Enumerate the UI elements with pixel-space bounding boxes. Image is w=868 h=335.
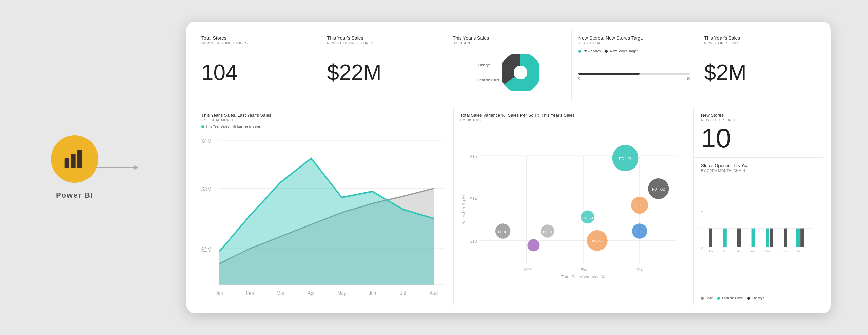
stores-opened-title: Stores Opened This Year xyxy=(701,163,816,168)
bar-chart-svg: 2 1 0 xyxy=(701,175,816,295)
svg-text:FD - 03: FD - 03 xyxy=(582,216,593,219)
kpi-title-1: Total Stores xyxy=(201,35,313,41)
lindseys-dot xyxy=(747,297,750,300)
scatter-title: Total Sales Variance %, Sales Per Sq Ft,… xyxy=(460,113,687,118)
arrow-section xyxy=(95,167,136,168)
gauge-legend: New Stores New Stores Target xyxy=(578,49,690,53)
chain-legend: Chain Fashions Direct Lindseys xyxy=(701,296,816,300)
legend-last-year: Last Year Sales xyxy=(233,125,261,129)
svg-text:LI - 04: LI - 04 xyxy=(543,230,552,234)
svg-text:2: 2 xyxy=(701,209,703,212)
new-stores-title: New Stores xyxy=(701,113,816,118)
page-wrapper: Power BI Total Stores NEW & EXISTING STO… xyxy=(0,0,868,335)
svg-text:Aug: Aug xyxy=(430,290,438,296)
pie-labels: Lindseys Fashions Direct xyxy=(478,63,499,82)
svg-point-54 xyxy=(527,239,539,251)
svg-text:Sales Per Sq Ft: Sales Per Sq Ft xyxy=(461,195,466,225)
svg-text:LI - 05: LI - 05 xyxy=(635,230,644,234)
svg-text:$3M: $3M xyxy=(201,186,211,192)
svg-text:Total Sales Variance %: Total Sales Variance % xyxy=(561,275,605,279)
gauge-dot-new xyxy=(578,50,581,53)
gauge-legend-target: New Stores Target xyxy=(605,49,638,53)
svg-text:$13: $13 xyxy=(470,239,477,244)
kpi-subtitle-3: BY CHAIN xyxy=(453,41,565,45)
new-stores-value: 10 xyxy=(701,125,816,152)
kpi-subtitle-4: YEAR TO DATE xyxy=(578,41,690,45)
legend-fashions: Fashions Direct xyxy=(717,296,743,300)
svg-text:$2M: $2M xyxy=(201,246,211,253)
scatter-area: Sales Per Sq Ft $15 $14 $13 xyxy=(460,125,687,300)
powerbi-icon-circle xyxy=(51,135,98,183)
scatter-subtitle: BY DISTRICT xyxy=(460,118,687,122)
svg-rect-1 xyxy=(71,154,75,168)
chain-dot xyxy=(701,297,704,300)
kpi-title-3: This Year's Sales xyxy=(453,35,565,41)
svg-text:LI - 03: LI - 03 xyxy=(635,204,644,208)
gauge-target-line xyxy=(668,71,668,76)
legend-chain: Chain xyxy=(701,296,713,300)
top-row: Total Stores NEW & EXISTING STORES 104 T… xyxy=(195,30,823,104)
right-col: New Stores NEW STORES ONLY 10 Stores Ope… xyxy=(694,107,823,305)
svg-text:$14: $14 xyxy=(470,197,477,201)
stores-opened-subtitle: BY OPEN MONTH, CHAIN xyxy=(701,169,816,173)
gauge-dot-target xyxy=(605,50,608,53)
kpi-title-2: This Year's Sales xyxy=(327,35,439,41)
kpi-card-total-stores: Total Stores NEW & EXISTING STORES 104 xyxy=(195,30,320,101)
pie-label-fashions: Fashions Direct xyxy=(478,78,499,82)
kpi-subtitle-5: NEW STORES ONLY xyxy=(704,41,816,45)
dashboard-container: Total Stores NEW & EXISTING STORES 104 T… xyxy=(186,22,831,313)
gauge-bar-wrapper: 0 10 xyxy=(578,73,690,80)
bar-chart-area: 2 1 0 xyxy=(701,175,816,295)
svg-rect-0 xyxy=(65,158,69,168)
stores-opened-card: Stores Opened This Year BY OPEN MONTH, C… xyxy=(694,158,823,305)
svg-text:0: 0 xyxy=(701,246,703,249)
svg-text:Jul: Jul xyxy=(400,290,406,296)
svg-rect-66 xyxy=(770,229,773,247)
kpi-subtitle-1: NEW & EXISTING STORES xyxy=(201,41,313,45)
gauge-fill xyxy=(578,73,640,75)
svg-point-5 xyxy=(514,66,527,79)
svg-text:Feb: Feb xyxy=(723,250,727,253)
svg-rect-61 xyxy=(709,229,712,247)
swatch-last-year xyxy=(233,125,236,128)
gauge-track xyxy=(578,73,690,75)
svg-rect-65 xyxy=(766,229,769,247)
svg-text:Apr: Apr xyxy=(308,290,315,296)
svg-rect-2 xyxy=(77,150,82,168)
line-chart-subtitle: BY FISCAL MONTH xyxy=(201,118,447,122)
line-chart-title: This Year's Sales, Last Year's Sales xyxy=(201,113,447,118)
svg-text:Jul: Jul xyxy=(797,250,800,253)
legend-this-year: This Year Sales xyxy=(201,125,229,129)
svg-text:-10%: -10% xyxy=(521,268,531,272)
svg-text:LI - 01: LI - 01 xyxy=(498,230,508,234)
kpi-card-sales-new: This Year's Sales NEW STORES ONLY $2M xyxy=(697,30,823,101)
kpi-value-1: 104 xyxy=(201,62,313,83)
svg-text:Jun: Jun xyxy=(783,250,788,253)
kpi-value-2: $22M xyxy=(327,62,439,83)
svg-text:May: May xyxy=(337,290,346,296)
powerbi-logo-svg xyxy=(61,145,88,173)
line-chart-svg: $4M $3M $2M xyxy=(201,131,447,300)
svg-text:Jun: Jun xyxy=(369,290,376,296)
svg-rect-62 xyxy=(723,229,727,247)
svg-rect-64 xyxy=(752,229,755,247)
svg-text:Apr: Apr xyxy=(751,250,755,253)
pie-chart-svg xyxy=(502,54,539,91)
gauge-legend-new: New Stores xyxy=(578,49,601,53)
powerbi-label: Power BI xyxy=(56,191,93,200)
svg-text:Jan: Jan xyxy=(216,290,223,296)
svg-rect-67 xyxy=(784,229,787,247)
kpi-card-pie: This Year's Sales BY CHAIN Lindseys Fash… xyxy=(446,30,572,101)
scatter-svg: Sales Per Sq Ft $15 $14 $13 xyxy=(460,125,687,300)
bottom-row: This Year's Sales, Last Year's Sales BY … xyxy=(195,107,823,305)
svg-text:Mar: Mar xyxy=(737,250,742,253)
legend-lindseys: Lindseys xyxy=(747,296,764,300)
svg-text:FD - 04: FD - 04 xyxy=(592,239,603,243)
svg-text:-5%: -5% xyxy=(579,268,587,272)
line-chart-card: This Year's Sales, Last Year's Sales BY … xyxy=(195,107,454,305)
kpi-card-sales-total: This Year's Sales NEW & EXISTING STORES … xyxy=(320,30,446,101)
fashions-dot xyxy=(717,297,720,300)
svg-text:$4M: $4M xyxy=(201,138,211,144)
svg-text:Jan: Jan xyxy=(708,250,713,253)
svg-rect-63 xyxy=(737,229,741,247)
